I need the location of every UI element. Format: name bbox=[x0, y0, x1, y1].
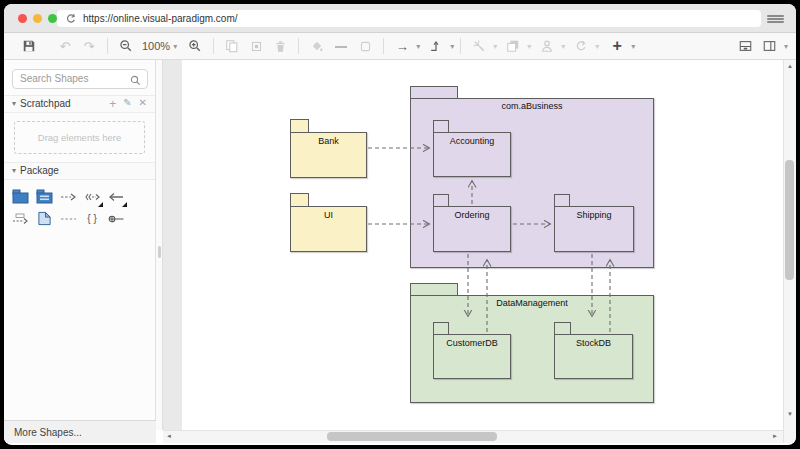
delete-button[interactable] bbox=[270, 35, 290, 57]
search-icon bbox=[130, 72, 141, 90]
canvas-margin bbox=[163, 60, 182, 430]
toolbar-separator bbox=[107, 38, 108, 54]
scroll-down-arrow[interactable]: ▼ bbox=[787, 411, 793, 417]
undo-button[interactable]: ↶ bbox=[55, 35, 75, 57]
close-window-button[interactable] bbox=[18, 14, 27, 23]
paste-icon bbox=[250, 40, 263, 53]
access-arrow-icon bbox=[108, 190, 125, 204]
copy-button[interactable] bbox=[222, 35, 242, 57]
save-button[interactable] bbox=[19, 35, 39, 57]
fullscreen-window-button[interactable] bbox=[48, 14, 57, 23]
package-label: com.aBusiness bbox=[411, 101, 653, 111]
outline-panel-icon bbox=[762, 39, 777, 53]
vertical-scrollbar-thumb[interactable] bbox=[785, 160, 794, 280]
constraint-braces-icon: { } bbox=[87, 213, 96, 224]
shape-import[interactable] bbox=[80, 186, 104, 208]
browser-window: https://online.visual-paradigm.com/ ↶ ↷ … bbox=[4, 4, 796, 445]
search-input[interactable] bbox=[12, 69, 148, 89]
connector-style-dropdown-icon[interactable]: ▾ bbox=[450, 42, 454, 51]
insert-dropdown-icon[interactable]: ▾ bbox=[631, 42, 635, 51]
scratchpad-add-icon[interactable]: + bbox=[109, 98, 116, 110]
scratchpad-section-header[interactable]: ▾ Scratchpad + ✎ ✕ bbox=[4, 95, 155, 113]
shadow-button[interactable] bbox=[355, 35, 375, 57]
shape-model[interactable] bbox=[32, 186, 56, 208]
more-shapes-button[interactable]: More Shapes... bbox=[4, 420, 156, 443]
panel-dropdown-icon[interactable]: ▾ bbox=[784, 42, 788, 51]
package-section-title: Package bbox=[20, 165, 59, 176]
package-icon bbox=[12, 189, 29, 204]
chevron-down-icon: ▾ bbox=[12, 166, 16, 175]
model-icon bbox=[36, 189, 53, 204]
package-label: StockDB bbox=[555, 338, 632, 348]
shape-dashed-line[interactable] bbox=[56, 208, 80, 230]
rotate-dropdown-icon[interactable]: ▾ bbox=[595, 42, 599, 51]
shape-package[interactable] bbox=[8, 186, 32, 208]
address-bar[interactable]: https://online.visual-paradigm.com/ bbox=[57, 10, 761, 27]
dependency-arrow-icon bbox=[60, 190, 77, 204]
shape-access[interactable] bbox=[104, 186, 128, 208]
connection-arrow-dropdown-icon[interactable]: ▾ bbox=[416, 42, 420, 51]
browser-menu-icon[interactable] bbox=[767, 15, 784, 23]
scratchpad-edit-icon[interactable]: ✎ bbox=[123, 98, 131, 110]
fill-color-button[interactable] bbox=[307, 35, 327, 57]
horizontal-scrollbar-thumb[interactable] bbox=[327, 432, 497, 441]
url-text: https://online.visual-paradigm.com/ bbox=[83, 13, 238, 24]
connector-style-icon bbox=[429, 39, 443, 53]
shape-constraint[interactable]: { } bbox=[80, 208, 104, 230]
to-front-dropdown-icon[interactable]: ▾ bbox=[527, 42, 531, 51]
traffic-lights bbox=[18, 14, 57, 23]
scroll-right-arrow[interactable]: ► bbox=[772, 433, 778, 439]
freehand-dropdown-icon[interactable]: ▾ bbox=[493, 42, 497, 51]
minimize-window-button[interactable] bbox=[33, 14, 42, 23]
copy-icon bbox=[225, 39, 239, 53]
editor-toolbar: ↶ ↷ 100% ▾ bbox=[4, 33, 796, 60]
containment-icon bbox=[108, 213, 125, 225]
rotate-icon bbox=[574, 39, 588, 53]
insert-button[interactable]: + bbox=[607, 35, 627, 57]
scroll-left-arrow[interactable]: ◄ bbox=[166, 433, 172, 439]
fill-color-icon bbox=[310, 39, 324, 53]
shape-use[interactable] bbox=[8, 208, 32, 230]
package-label: Bank bbox=[291, 136, 366, 146]
to-front-icon bbox=[506, 39, 520, 53]
scroll-up-arrow[interactable]: ▲ bbox=[787, 63, 793, 69]
note-icon bbox=[37, 211, 52, 226]
sidebar-scrollbar[interactable] bbox=[156, 60, 163, 430]
zoom-out-button[interactable] bbox=[116, 35, 136, 57]
outline-panel-toggle[interactable] bbox=[760, 35, 780, 57]
connector-style-button[interactable] bbox=[426, 35, 446, 57]
connection-arrow-button[interactable]: → bbox=[392, 35, 412, 57]
package-label: Ordering bbox=[434, 210, 510, 220]
paste-button[interactable] bbox=[246, 35, 266, 57]
scratchpad-drop-zone[interactable]: Drag elements here bbox=[14, 121, 145, 154]
shape-containment[interactable] bbox=[104, 208, 128, 230]
format-panel-toggle[interactable] bbox=[736, 35, 756, 57]
zoom-level-value[interactable]: 100% bbox=[142, 40, 170, 52]
edit-style-button[interactable] bbox=[537, 35, 557, 57]
dashed-line-icon bbox=[60, 216, 77, 222]
line-color-button[interactable] bbox=[331, 35, 351, 57]
zoom-in-button[interactable] bbox=[185, 35, 205, 57]
rotate-button[interactable] bbox=[571, 35, 591, 57]
chevron-down-icon: ▾ bbox=[12, 99, 16, 108]
freehand-button[interactable] bbox=[469, 35, 489, 57]
sidebar-scrollbar-thumb[interactable] bbox=[158, 246, 161, 258]
redo-button[interactable]: ↷ bbox=[79, 35, 99, 57]
package-label: UI bbox=[291, 210, 366, 220]
freehand-icon bbox=[472, 39, 486, 53]
trash-icon bbox=[274, 40, 287, 53]
zoom-level-dropdown-icon[interactable]: ▾ bbox=[173, 42, 177, 51]
scratchpad-close-icon[interactable]: ✕ bbox=[139, 98, 147, 110]
toolbar-separator bbox=[460, 38, 461, 54]
package-shape-palette: { } bbox=[4, 180, 155, 236]
shape-dependency[interactable] bbox=[56, 186, 80, 208]
package-section-header[interactable]: ▾ Package bbox=[4, 162, 155, 180]
edit-style-dropdown-icon[interactable]: ▾ bbox=[561, 42, 565, 51]
shape-note[interactable] bbox=[32, 208, 56, 230]
insert-plus-icon: + bbox=[613, 38, 622, 54]
shadow-icon bbox=[359, 40, 372, 53]
refresh-icon[interactable] bbox=[65, 13, 77, 25]
package-label: CustomerDB bbox=[434, 338, 510, 348]
to-front-button[interactable] bbox=[503, 35, 523, 57]
browser-chrome: https://online.visual-paradigm.com/ bbox=[4, 4, 796, 33]
